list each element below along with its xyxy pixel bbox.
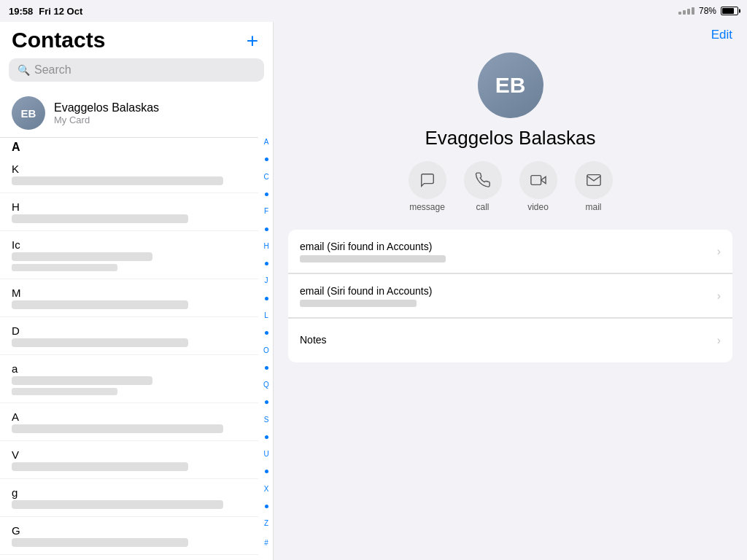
list-item[interactable]: M [0,279,258,317]
video-icon [519,161,557,199]
add-contact-button[interactable]: + [244,29,261,52]
list-item[interactable]: G [0,517,258,555]
list-item[interactable]: a [0,355,258,403]
list-item[interactable]: A [0,403,258,441]
my-card[interactable]: EB Evaggelos Balaskas My Card [0,89,258,138]
signal-icon [678,7,694,15]
list-item[interactable]: Ic [0,231,258,279]
alpha-F[interactable]: F [264,208,268,215]
contact-first-letter: H [12,201,247,213]
alpha-C[interactable]: C [263,174,268,181]
alpha-X[interactable]: X [264,486,269,493]
alpha-Z[interactable]: Z [264,520,268,527]
contact-first-letter: a [12,362,247,375]
field-email-1-label: email (Siri found in Accounts) [300,241,711,252]
contact-detail: EB Evaggelos Balaskas message [274,45,747,377]
search-bar[interactable]: 🔍 Search [9,58,264,82]
alpha-dot [265,262,268,265]
contact-name-blur [12,538,188,547]
detail-fields: email (Siri found in Accounts) › email (… [288,230,732,362]
alpha-dot [265,366,268,370]
call-icon [464,161,502,199]
contacts-title: Contacts [12,28,105,52]
contact-name-blur [12,500,223,509]
contact-first-letter: G [12,524,247,537]
list-item[interactable]: la [0,555,258,560]
contact-sub-blur [12,264,117,271]
contact-first-letter: V [12,448,247,461]
search-container: 🔍 Search [0,58,273,89]
contact-name-blur [12,376,152,385]
search-icon: 🔍 [18,64,30,76]
message-label: message [409,202,445,212]
contact-first-letter: K [12,163,247,175]
my-card-name: Evaggelos Balaskas [54,101,247,114]
list-item[interactable]: H [0,193,258,231]
right-panel: Edit EB Evaggelos Balaskas message [274,22,747,560]
list-item[interactable]: g [0,479,258,517]
my-card-subtitle: My Card [54,114,247,125]
field-email-1[interactable]: email (Siri found in Accounts) › [288,230,732,273]
contact-name-blur [12,462,188,471]
list-item[interactable]: D [0,317,258,355]
contact-name-blur [12,252,152,261]
status-time: 19:58 [9,6,33,17]
field-notes-label: Notes [300,334,711,346]
contacts-header: Contacts + [0,22,273,58]
contact-name-blur [12,176,223,185]
alpha-S[interactable]: S [264,416,269,424]
alpha-dot [265,435,268,439]
edit-button[interactable]: Edit [711,28,732,42]
svg-rect-1 [530,176,541,185]
alpha-L[interactable]: L [264,312,268,319]
contact-name-blur [12,338,188,347]
alpha-dot [265,228,268,231]
field-email-1-content: email (Siri found in Accounts) [300,241,711,262]
alpha-A[interactable]: A [264,139,269,146]
alpha-dot [265,505,268,508]
list-item[interactable]: V [0,441,258,479]
my-card-info: Evaggelos Balaskas My Card [54,101,247,125]
contact-first-letter: g [12,486,247,499]
alpha-H[interactable]: H [263,243,268,250]
search-placeholder: Search [34,63,71,77]
action-video[interactable]: video [519,161,557,212]
alpha-Q[interactable]: Q [263,381,269,389]
alpha-dot [265,297,268,300]
action-message[interactable]: message [409,161,446,212]
contact-first-letter: A [12,411,247,423]
alpha-dot [265,400,268,404]
detail-header: Edit [274,22,747,45]
contacts-list[interactable]: EB Evaggelos Balaskas My Card A K H Ic [0,89,273,560]
alpha-J[interactable]: J [265,277,268,284]
mail-icon [575,161,613,199]
action-buttons: message call [409,161,613,212]
field-email-2[interactable]: email (Siri found in Accounts) › [288,274,732,318]
detail-name: Evaggelos Balaskas [425,127,595,149]
chevron-right-icon: › [717,289,721,303]
battery-icon [721,7,738,15]
battery-percent: 78% [699,6,716,16]
action-call[interactable]: call [464,161,502,212]
field-email-1-value [300,255,446,262]
alpha-index[interactable]: A C F H J L O Q S U X [260,89,273,560]
contact-name-blur [12,424,223,433]
field-notes[interactable]: Notes › [288,319,732,362]
field-email-2-value [300,300,417,307]
alpha-hash[interactable]: # [264,540,268,547]
svg-marker-0 [541,176,545,183]
field-email-2-content: email (Siri found in Accounts) [300,285,711,307]
alpha-dot [265,192,268,196]
alpha-O[interactable]: O [263,347,269,354]
list-item[interactable]: K [0,155,258,193]
detail-avatar: EB [478,52,543,118]
my-card-avatar: EB [12,96,45,130]
alpha-dot [265,158,268,161]
message-icon [409,161,446,199]
chevron-right-icon: › [717,245,721,258]
alpha-U[interactable]: U [263,451,268,458]
status-date: Fri 12 Oct [39,6,82,17]
alpha-dot [265,470,268,473]
action-mail[interactable]: mail [575,161,613,212]
contact-first-letter: M [12,287,247,299]
